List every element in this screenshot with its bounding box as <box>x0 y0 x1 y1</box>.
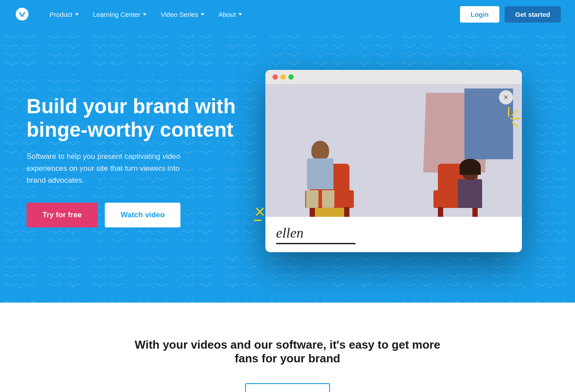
svg-line-3 <box>512 122 517 127</box>
hero-content: Build your brand with binge-worthy conte… <box>27 95 239 227</box>
person-right <box>458 162 482 208</box>
browser-dot-red <box>272 74 278 80</box>
browser-window: ellen × <box>265 70 522 252</box>
browser-footer: ellen <box>265 217 522 252</box>
hero-subtitle: Software to help you present captivating… <box>27 150 195 187</box>
chevron-down-icon <box>238 13 242 15</box>
chevron-down-icon <box>75 13 79 15</box>
browser-titlebar <box>265 70 522 84</box>
signature-text: ellen <box>276 225 356 241</box>
hero-buttons: Try for free Watch video <box>27 203 239 227</box>
nav-links: Product Learning Center Video Series Abo… <box>44 7 460 22</box>
browser-content: ellen <box>265 84 522 252</box>
svg-line-1 <box>512 111 517 115</box>
login-button[interactable]: Login <box>460 6 499 23</box>
section-two: With your videos and our software, it's … <box>0 303 575 392</box>
hero-title: Build your brand with binge-worthy conte… <box>27 95 239 142</box>
sparkle-decoration-bottom <box>252 202 274 226</box>
nav-item-about[interactable]: About <box>213 7 247 22</box>
chevron-down-icon <box>201 13 204 15</box>
logo[interactable] <box>14 6 30 22</box>
get-started-button[interactable]: Get started <box>505 6 561 23</box>
nav-item-video-series[interactable]: Video Series <box>155 7 210 22</box>
browser-close-button[interactable]: × <box>499 90 513 104</box>
hero-visual: ellen × <box>239 70 548 252</box>
navbar: Product Learning Center Video Series Abo… <box>0 0 575 28</box>
watch-video-button[interactable]: Watch video <box>105 203 181 227</box>
video-frame <box>265 84 522 217</box>
signature-line <box>276 243 356 244</box>
try-for-free-button[interactable]: Try for free <box>27 203 98 227</box>
hero-section: Build your brand with binge-worthy conte… <box>0 28 575 303</box>
nav-item-learning-center[interactable]: Learning Center <box>88 7 152 22</box>
person-left <box>305 141 335 208</box>
learn-more-button[interactable]: Learn more <box>245 383 330 392</box>
nav-item-product[interactable]: Product <box>44 7 84 22</box>
chevron-down-icon <box>143 13 146 15</box>
section-two-title: With your videos and our software, it's … <box>133 338 442 365</box>
browser-dot-yellow <box>280 74 286 80</box>
browser-dot-green <box>288 74 294 80</box>
sparkle-decoration <box>495 105 522 134</box>
video-scene <box>265 84 522 217</box>
nav-actions: Login Get started <box>460 6 561 23</box>
